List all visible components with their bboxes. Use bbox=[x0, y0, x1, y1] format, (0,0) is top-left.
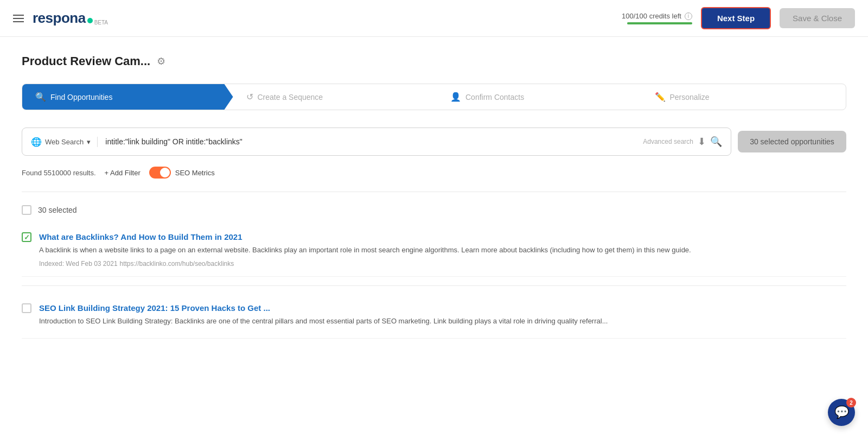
result-title-1[interactable]: What are Backlinks? And How to Build The… bbox=[39, 232, 691, 241]
result-item-2: SEO Link Building Strategy 2021: 15 Prov… bbox=[22, 295, 846, 339]
personalize-step-icon: ✏️ bbox=[655, 92, 666, 102]
search-input[interactable] bbox=[98, 137, 643, 146]
main-content: Product Review Cam... ⚙ 🔍 Find Opportuni… bbox=[0, 37, 868, 356]
gear-icon[interactable]: ⚙ bbox=[157, 55, 165, 67]
step-personalize-label: Personalize bbox=[670, 93, 710, 101]
result-title-2[interactable]: SEO Link Building Strategy 2021: 15 Prov… bbox=[39, 303, 608, 313]
search-row: 🌐 Web Search ▾ Advanced search ⬇ 🔍 30 se… bbox=[22, 128, 846, 156]
step-create-sequence[interactable]: ↺ Create a Sequence bbox=[233, 84, 438, 110]
seo-metrics-toggle[interactable] bbox=[149, 167, 171, 179]
add-filter-button[interactable]: + Add Filter bbox=[105, 169, 141, 177]
globe-icon: 🌐 bbox=[31, 137, 42, 147]
contacts-step-icon: 👤 bbox=[450, 92, 461, 102]
result-desc-2: Introduction to SEO Link Building Strate… bbox=[39, 316, 608, 327]
selected-opportunities-button[interactable]: 30 selected opportunities bbox=[738, 131, 846, 152]
sequence-step-icon: ↺ bbox=[246, 92, 253, 102]
step-confirm-contacts[interactable]: 👤 Confirm Contacts bbox=[437, 84, 642, 110]
step-find-label: Find Opportunities bbox=[50, 93, 112, 101]
divider-1 bbox=[22, 192, 846, 192]
result-content-2: SEO Link Building Strategy 2021: 15 Prov… bbox=[39, 303, 608, 330]
step-personalize[interactable]: ✏️ Personalize bbox=[642, 84, 846, 110]
search-bar: 🌐 Web Search ▾ Advanced search ⬇ 🔍 bbox=[22, 128, 731, 156]
results-count: Found 5510000 results. bbox=[22, 169, 96, 177]
logo-beta: BETA bbox=[94, 20, 108, 26]
step-find-opportunities[interactable]: 🔍 Find Opportunities bbox=[22, 84, 233, 110]
page-title: Product Review Cam... bbox=[22, 54, 150, 68]
logo-text: respona bbox=[33, 10, 86, 27]
credits-bar-fill bbox=[627, 22, 692, 24]
chevron-down-icon: ▾ bbox=[87, 138, 91, 146]
search-section: 🌐 Web Search ▾ Advanced search ⬇ 🔍 30 se… bbox=[22, 128, 846, 156]
header: respona BETA 100/100 credits left i Next… bbox=[0, 0, 868, 37]
divider-2 bbox=[22, 285, 846, 286]
credits-section: 100/100 credits left i bbox=[622, 12, 692, 24]
select-all-row: 30 selected bbox=[22, 201, 846, 224]
advanced-search-label[interactable]: Advanced search bbox=[643, 138, 693, 145]
credits-label: 100/100 credits left i bbox=[622, 12, 692, 20]
filter-row: Found 5510000 results. + Add Filter SEO … bbox=[22, 167, 846, 179]
page-title-row: Product Review Cam... ⚙ bbox=[22, 54, 846, 68]
credits-text: 100/100 credits left bbox=[622, 12, 681, 20]
credits-info-icon[interactable]: i bbox=[685, 12, 692, 20]
search-type-selector[interactable]: 🌐 Web Search ▾ bbox=[31, 137, 98, 147]
header-right: 100/100 credits left i Next Step Save & … bbox=[622, 7, 855, 29]
logo-dot bbox=[87, 18, 93, 23]
seo-metrics-label: SEO Metrics bbox=[175, 169, 215, 177]
menu-icon[interactable] bbox=[13, 15, 24, 22]
credits-bar bbox=[627, 22, 692, 24]
search-step-icon: 🔍 bbox=[35, 92, 46, 102]
header-left: respona BETA bbox=[13, 10, 108, 27]
logo: respona BETA bbox=[33, 10, 108, 27]
seo-toggle-row: SEO Metrics bbox=[149, 167, 215, 179]
result-desc-1: A backlink is when a website links to a … bbox=[39, 245, 691, 256]
result-checkbox-1[interactable] bbox=[22, 232, 31, 242]
step-sequence-label: Create a Sequence bbox=[258, 93, 323, 101]
step-contacts-label: Confirm Contacts bbox=[465, 93, 524, 101]
select-all-label: 30 selected bbox=[38, 206, 77, 214]
select-all-checkbox[interactable] bbox=[22, 205, 31, 215]
steps-nav: 🔍 Find Opportunities ↺ Create a Sequence… bbox=[22, 84, 846, 110]
search-icon[interactable]: 🔍 bbox=[710, 136, 722, 148]
download-icon[interactable]: ⬇ bbox=[698, 136, 706, 148]
save-close-button[interactable]: Save & Close bbox=[780, 8, 855, 28]
search-type-label: Web Search bbox=[45, 138, 84, 146]
result-checkbox-2[interactable] bbox=[22, 303, 31, 313]
result-content-1: What are Backlinks? And How to Build The… bbox=[39, 232, 691, 268]
next-step-button[interactable]: Next Step bbox=[701, 7, 771, 29]
result-item-1: What are Backlinks? And How to Build The… bbox=[22, 224, 846, 277]
result-url-1[interactable]: https://backlinko.com/hub/seo/backlinks bbox=[119, 260, 234, 268]
result-indexed-1: Indexed: Wed Feb 03 2021 bbox=[39, 260, 118, 268]
toggle-knob bbox=[160, 168, 170, 177]
